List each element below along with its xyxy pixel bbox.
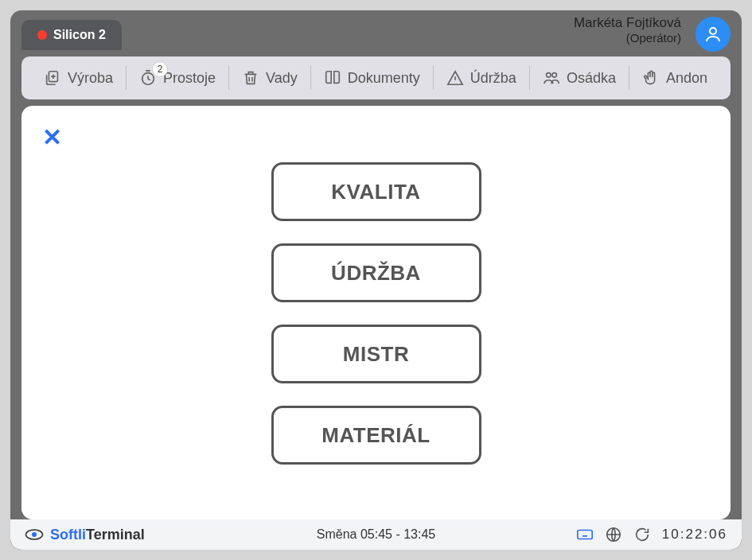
keyboard-icon[interactable]	[576, 526, 594, 543]
close-button[interactable]: ✕	[34, 119, 70, 156]
svg-point-4	[552, 73, 557, 78]
user-name: Markéta Fojtíková	[574, 15, 681, 31]
toolbar-item-dokumenty[interactable]: Dokumenty	[311, 64, 433, 91]
toolbar-label: Andon	[666, 70, 707, 87]
toolbar-label: Dokumenty	[348, 70, 420, 87]
toolbar-item-udrzba[interactable]: Údržba	[434, 64, 529, 91]
svg-point-0	[710, 28, 716, 34]
brand-suffix: Terminal	[86, 527, 145, 542]
shift-label: Směna 05:45 - 13:45	[317, 527, 435, 542]
user-role: (Operátor)	[574, 31, 681, 45]
hand-icon	[642, 69, 660, 87]
toolbar-label: Prostoje	[163, 70, 216, 87]
globe-icon[interactable]	[605, 526, 622, 543]
andon-kvalita-button[interactable]: KVALITA	[271, 162, 481, 221]
andon-mistr-button[interactable]: MISTR	[271, 325, 481, 383]
toolbar-item-prostoje[interactable]: Prostoje 2	[127, 64, 228, 91]
content-area: ✕ KVALITA ÚDRŽBA MISTR MATERIÁL	[21, 106, 731, 519]
toolbar-item-vady[interactable]: Vady	[229, 64, 310, 91]
andon-material-button[interactable]: MATERIÁL	[271, 406, 481, 465]
refresh-icon[interactable]	[633, 526, 651, 543]
status-dot-icon	[37, 30, 47, 40]
toolbar-label: Osádka	[567, 70, 616, 87]
toolbar-item-andon[interactable]: Andon	[629, 64, 720, 91]
andon-button-list: KVALITA ÚDRŽBA MISTR MATERIÁL	[34, 162, 718, 465]
tab-label: Silicon 2	[53, 28, 106, 42]
eye-icon	[25, 528, 44, 541]
toolbar-item-osadka[interactable]: Osádka	[530, 64, 629, 91]
svg-point-3	[546, 73, 551, 78]
workstation-tab[interactable]: Silicon 2	[21, 20, 122, 50]
copy-plus-icon	[44, 69, 61, 87]
svg-rect-7	[578, 531, 592, 539]
user-avatar[interactable]	[696, 17, 731, 52]
toolbar-label: Údržba	[470, 70, 516, 87]
brand-prefix: Softli	[50, 527, 86, 542]
warning-icon	[446, 69, 464, 87]
person-icon	[703, 25, 723, 44]
main-toolbar: Výroba Prostoje 2 Vady Dokumenty Údržba …	[21, 56, 731, 99]
brand-logo: SoftliTerminal	[25, 527, 145, 543]
toolbar-label: Výroba	[68, 70, 113, 87]
people-icon	[543, 69, 560, 87]
trash-icon	[242, 69, 259, 87]
status-bar: SoftliTerminal Směna 05:45 - 13:45 10:22…	[10, 519, 742, 550]
toolbar-item-vyroba[interactable]: Výroba	[31, 64, 126, 91]
badge-count: 2	[152, 61, 168, 77]
header-bar: Silicon 2 Markéta Fojtíková (Operátor)	[10, 10, 742, 56]
toolbar-label: Vady	[266, 70, 298, 87]
svg-point-6	[32, 532, 37, 537]
clock-label: 10:22:06	[662, 527, 727, 542]
book-icon	[324, 69, 341, 87]
user-block: Markéta Fojtíková (Operátor)	[574, 15, 681, 45]
andon-udrzba-button[interactable]: ÚDRŽBA	[271, 243, 481, 302]
